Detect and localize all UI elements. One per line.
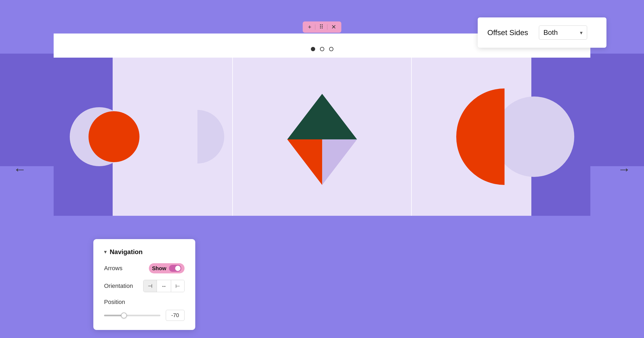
position-value: -70 xyxy=(166,310,185,321)
svg-marker-2 xyxy=(322,139,357,185)
offset-sides-value: Both xyxy=(543,28,558,37)
toolbar-add-button[interactable]: + xyxy=(308,24,311,30)
nav-panel-title: ▾ Navigation xyxy=(104,248,185,256)
position-row: Position -70 xyxy=(104,299,185,321)
slide-right xyxy=(412,58,590,216)
slide-center xyxy=(232,58,412,216)
orientation-center-button[interactable]: ↔ xyxy=(157,280,171,292)
svg-marker-0 xyxy=(287,94,357,139)
slide-right-gray-circle xyxy=(494,96,574,177)
slider-thumb[interactable] xyxy=(121,313,127,318)
bg-rect-left xyxy=(0,54,56,166)
arrows-toggle[interactable]: Show xyxy=(149,263,185,273)
dot-3[interactable] xyxy=(329,47,333,51)
arrows-row: Arrows Show xyxy=(104,263,185,273)
arrows-label: Arrows xyxy=(104,265,122,272)
toolbar-separator-2 xyxy=(327,24,327,30)
arrows-toggle-switch[interactable] xyxy=(169,265,181,272)
toolbar-drag-handle[interactable]: ⠿ xyxy=(319,24,323,30)
slide-left-half-circle xyxy=(197,110,224,164)
position-slider-track[interactable] xyxy=(104,315,160,316)
orientation-left-button[interactable]: ⊣ xyxy=(143,280,157,292)
carousel-container: + ⠿ ✕ xyxy=(54,34,590,216)
arrow-right-button[interactable]: → xyxy=(618,162,631,176)
position-label: Position xyxy=(104,299,185,306)
orientation-button-group: ⊣ ↔ ⊢ xyxy=(143,280,185,292)
orientation-label: Orientation xyxy=(104,283,133,289)
bg-rect-right xyxy=(588,54,644,166)
offset-sides-panel: Offset Sides Both ▾ xyxy=(478,17,606,48)
slider-track-row: -70 xyxy=(104,310,185,321)
navigation-panel: ▾ Navigation Arrows Show Orientation ⊣ ↔… xyxy=(93,239,195,330)
nav-chevron-icon: ▾ xyxy=(104,249,106,255)
nav-title-text: Navigation xyxy=(110,248,143,256)
dot-1[interactable] xyxy=(311,47,315,51)
offset-sides-label: Offset Sides xyxy=(487,28,528,37)
svg-marker-1 xyxy=(287,139,322,185)
offset-sides-select[interactable]: Both ▾ xyxy=(539,25,587,40)
dot-2[interactable] xyxy=(320,47,324,51)
arrows-toggle-label: Show xyxy=(152,265,166,272)
center-composition-svg xyxy=(277,86,368,188)
toolbar-close-button[interactable]: ✕ xyxy=(331,24,336,30)
toolbar: + ⠿ ✕ xyxy=(303,21,341,33)
dots-navigation xyxy=(311,47,333,51)
arrow-left-button[interactable]: ← xyxy=(13,162,26,176)
toolbar-separator xyxy=(315,24,315,30)
slides-area xyxy=(54,58,590,216)
slide-left-red-circle xyxy=(89,111,139,162)
orientation-right-button[interactable]: ⊢ xyxy=(171,280,184,292)
offset-sides-chevron-icon: ▾ xyxy=(580,29,583,36)
slide-left xyxy=(54,58,232,216)
orientation-row: Orientation ⊣ ↔ ⊢ xyxy=(104,280,185,292)
